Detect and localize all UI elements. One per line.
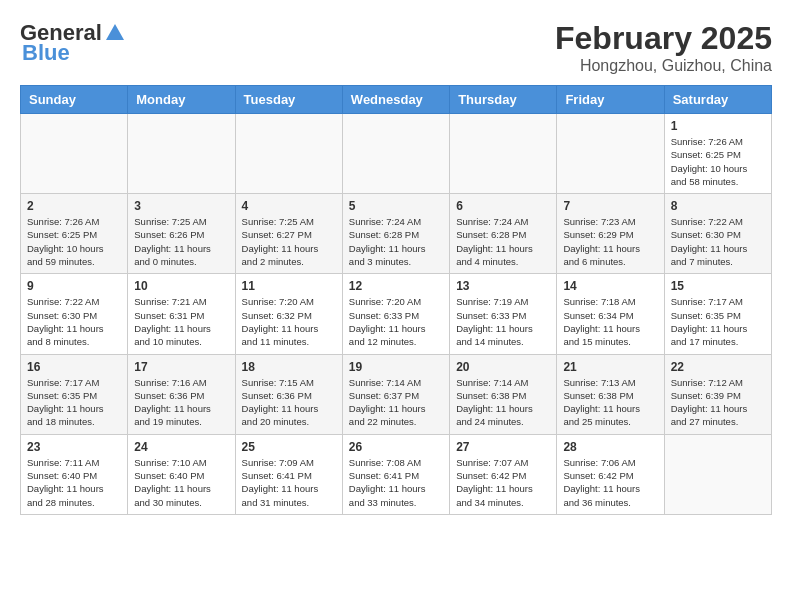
day-number: 13 bbox=[456, 279, 550, 293]
weekday-header-wednesday: Wednesday bbox=[342, 86, 449, 114]
weekday-header-tuesday: Tuesday bbox=[235, 86, 342, 114]
calendar-cell bbox=[557, 114, 664, 194]
svg-marker-0 bbox=[106, 24, 124, 40]
day-number: 3 bbox=[134, 199, 228, 213]
day-number: 28 bbox=[563, 440, 657, 454]
day-number: 10 bbox=[134, 279, 228, 293]
day-number: 4 bbox=[242, 199, 336, 213]
calendar-cell: 25Sunrise: 7:09 AM Sunset: 6:41 PM Dayli… bbox=[235, 434, 342, 514]
day-detail: Sunrise: 7:08 AM Sunset: 6:41 PM Dayligh… bbox=[349, 456, 443, 509]
logo-icon bbox=[104, 22, 126, 44]
weekday-header-thursday: Thursday bbox=[450, 86, 557, 114]
calendar-cell: 8Sunrise: 7:22 AM Sunset: 6:30 PM Daylig… bbox=[664, 194, 771, 274]
day-detail: Sunrise: 7:25 AM Sunset: 6:26 PM Dayligh… bbox=[134, 215, 228, 268]
day-number: 24 bbox=[134, 440, 228, 454]
day-detail: Sunrise: 7:12 AM Sunset: 6:39 PM Dayligh… bbox=[671, 376, 765, 429]
calendar-cell bbox=[21, 114, 128, 194]
day-detail: Sunrise: 7:13 AM Sunset: 6:38 PM Dayligh… bbox=[563, 376, 657, 429]
title-area: February 2025 Hongzhou, Guizhou, China bbox=[555, 20, 772, 75]
day-number: 16 bbox=[27, 360, 121, 374]
day-detail: Sunrise: 7:20 AM Sunset: 6:32 PM Dayligh… bbox=[242, 295, 336, 348]
day-detail: Sunrise: 7:07 AM Sunset: 6:42 PM Dayligh… bbox=[456, 456, 550, 509]
day-number: 19 bbox=[349, 360, 443, 374]
calendar-cell: 7Sunrise: 7:23 AM Sunset: 6:29 PM Daylig… bbox=[557, 194, 664, 274]
day-detail: Sunrise: 7:17 AM Sunset: 6:35 PM Dayligh… bbox=[671, 295, 765, 348]
day-detail: Sunrise: 7:19 AM Sunset: 6:33 PM Dayligh… bbox=[456, 295, 550, 348]
calendar-cell: 27Sunrise: 7:07 AM Sunset: 6:42 PM Dayli… bbox=[450, 434, 557, 514]
calendar: SundayMondayTuesdayWednesdayThursdayFrid… bbox=[20, 85, 772, 515]
day-number: 22 bbox=[671, 360, 765, 374]
day-detail: Sunrise: 7:20 AM Sunset: 6:33 PM Dayligh… bbox=[349, 295, 443, 348]
calendar-cell: 12Sunrise: 7:20 AM Sunset: 6:33 PM Dayli… bbox=[342, 274, 449, 354]
day-number: 18 bbox=[242, 360, 336, 374]
day-number: 1 bbox=[671, 119, 765, 133]
day-detail: Sunrise: 7:26 AM Sunset: 6:25 PM Dayligh… bbox=[671, 135, 765, 188]
day-detail: Sunrise: 7:14 AM Sunset: 6:37 PM Dayligh… bbox=[349, 376, 443, 429]
day-detail: Sunrise: 7:25 AM Sunset: 6:27 PM Dayligh… bbox=[242, 215, 336, 268]
week-row-4: 23Sunrise: 7:11 AM Sunset: 6:40 PM Dayli… bbox=[21, 434, 772, 514]
day-number: 15 bbox=[671, 279, 765, 293]
calendar-cell: 24Sunrise: 7:10 AM Sunset: 6:40 PM Dayli… bbox=[128, 434, 235, 514]
weekday-header-row: SundayMondayTuesdayWednesdayThursdayFrid… bbox=[21, 86, 772, 114]
week-row-2: 9Sunrise: 7:22 AM Sunset: 6:30 PM Daylig… bbox=[21, 274, 772, 354]
day-number: 11 bbox=[242, 279, 336, 293]
day-number: 23 bbox=[27, 440, 121, 454]
logo: General Blue bbox=[20, 20, 126, 66]
calendar-cell: 17Sunrise: 7:16 AM Sunset: 6:36 PM Dayli… bbox=[128, 354, 235, 434]
day-number: 26 bbox=[349, 440, 443, 454]
day-detail: Sunrise: 7:26 AM Sunset: 6:25 PM Dayligh… bbox=[27, 215, 121, 268]
day-number: 7 bbox=[563, 199, 657, 213]
calendar-cell: 4Sunrise: 7:25 AM Sunset: 6:27 PM Daylig… bbox=[235, 194, 342, 274]
day-number: 12 bbox=[349, 279, 443, 293]
day-detail: Sunrise: 7:22 AM Sunset: 6:30 PM Dayligh… bbox=[27, 295, 121, 348]
calendar-cell: 11Sunrise: 7:20 AM Sunset: 6:32 PM Dayli… bbox=[235, 274, 342, 354]
day-detail: Sunrise: 7:21 AM Sunset: 6:31 PM Dayligh… bbox=[134, 295, 228, 348]
calendar-cell: 10Sunrise: 7:21 AM Sunset: 6:31 PM Dayli… bbox=[128, 274, 235, 354]
calendar-cell: 3Sunrise: 7:25 AM Sunset: 6:26 PM Daylig… bbox=[128, 194, 235, 274]
calendar-cell bbox=[342, 114, 449, 194]
calendar-cell: 15Sunrise: 7:17 AM Sunset: 6:35 PM Dayli… bbox=[664, 274, 771, 354]
logo-blue-text: Blue bbox=[22, 40, 70, 66]
calendar-cell: 14Sunrise: 7:18 AM Sunset: 6:34 PM Dayli… bbox=[557, 274, 664, 354]
calendar-cell bbox=[450, 114, 557, 194]
week-row-0: 1Sunrise: 7:26 AM Sunset: 6:25 PM Daylig… bbox=[21, 114, 772, 194]
day-number: 20 bbox=[456, 360, 550, 374]
calendar-cell: 22Sunrise: 7:12 AM Sunset: 6:39 PM Dayli… bbox=[664, 354, 771, 434]
calendar-cell bbox=[235, 114, 342, 194]
calendar-cell: 16Sunrise: 7:17 AM Sunset: 6:35 PM Dayli… bbox=[21, 354, 128, 434]
calendar-cell: 5Sunrise: 7:24 AM Sunset: 6:28 PM Daylig… bbox=[342, 194, 449, 274]
weekday-header-sunday: Sunday bbox=[21, 86, 128, 114]
calendar-cell: 23Sunrise: 7:11 AM Sunset: 6:40 PM Dayli… bbox=[21, 434, 128, 514]
weekday-header-monday: Monday bbox=[128, 86, 235, 114]
calendar-cell: 28Sunrise: 7:06 AM Sunset: 6:42 PM Dayli… bbox=[557, 434, 664, 514]
day-number: 2 bbox=[27, 199, 121, 213]
day-detail: Sunrise: 7:18 AM Sunset: 6:34 PM Dayligh… bbox=[563, 295, 657, 348]
day-detail: Sunrise: 7:15 AM Sunset: 6:36 PM Dayligh… bbox=[242, 376, 336, 429]
calendar-cell: 20Sunrise: 7:14 AM Sunset: 6:38 PM Dayli… bbox=[450, 354, 557, 434]
day-number: 6 bbox=[456, 199, 550, 213]
weekday-header-saturday: Saturday bbox=[664, 86, 771, 114]
location: Hongzhou, Guizhou, China bbox=[555, 57, 772, 75]
day-number: 21 bbox=[563, 360, 657, 374]
day-detail: Sunrise: 7:11 AM Sunset: 6:40 PM Dayligh… bbox=[27, 456, 121, 509]
day-number: 9 bbox=[27, 279, 121, 293]
calendar-cell bbox=[664, 434, 771, 514]
day-detail: Sunrise: 7:17 AM Sunset: 6:35 PM Dayligh… bbox=[27, 376, 121, 429]
calendar-cell: 1Sunrise: 7:26 AM Sunset: 6:25 PM Daylig… bbox=[664, 114, 771, 194]
week-row-1: 2Sunrise: 7:26 AM Sunset: 6:25 PM Daylig… bbox=[21, 194, 772, 274]
calendar-body: 1Sunrise: 7:26 AM Sunset: 6:25 PM Daylig… bbox=[21, 114, 772, 515]
calendar-cell: 9Sunrise: 7:22 AM Sunset: 6:30 PM Daylig… bbox=[21, 274, 128, 354]
day-detail: Sunrise: 7:06 AM Sunset: 6:42 PM Dayligh… bbox=[563, 456, 657, 509]
day-detail: Sunrise: 7:22 AM Sunset: 6:30 PM Dayligh… bbox=[671, 215, 765, 268]
calendar-cell: 18Sunrise: 7:15 AM Sunset: 6:36 PM Dayli… bbox=[235, 354, 342, 434]
day-number: 25 bbox=[242, 440, 336, 454]
day-number: 17 bbox=[134, 360, 228, 374]
calendar-cell: 6Sunrise: 7:24 AM Sunset: 6:28 PM Daylig… bbox=[450, 194, 557, 274]
day-number: 27 bbox=[456, 440, 550, 454]
day-detail: Sunrise: 7:10 AM Sunset: 6:40 PM Dayligh… bbox=[134, 456, 228, 509]
week-row-3: 16Sunrise: 7:17 AM Sunset: 6:35 PM Dayli… bbox=[21, 354, 772, 434]
day-detail: Sunrise: 7:23 AM Sunset: 6:29 PM Dayligh… bbox=[563, 215, 657, 268]
calendar-cell bbox=[128, 114, 235, 194]
day-detail: Sunrise: 7:24 AM Sunset: 6:28 PM Dayligh… bbox=[349, 215, 443, 268]
day-detail: Sunrise: 7:16 AM Sunset: 6:36 PM Dayligh… bbox=[134, 376, 228, 429]
